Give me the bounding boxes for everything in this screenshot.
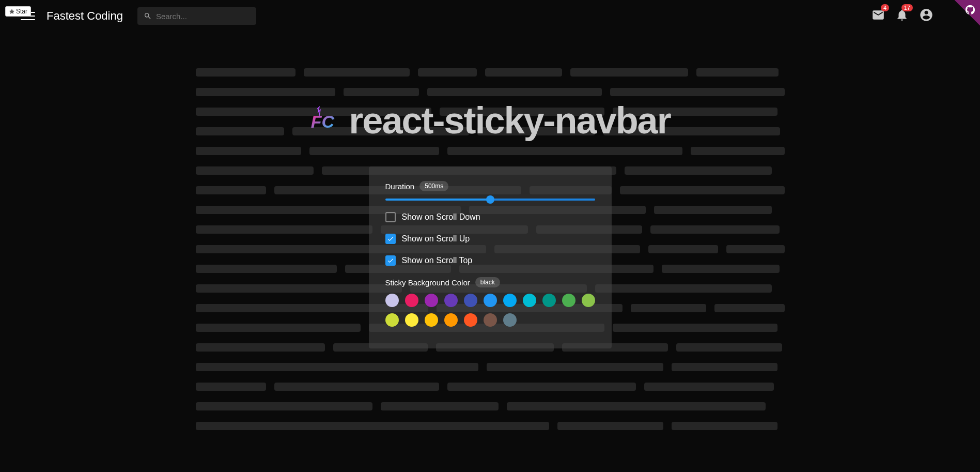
checkbox-label: Show on Scroll Top <box>402 256 473 265</box>
skeleton-bar <box>644 383 774 391</box>
notifications-button[interactable]: 17 <box>895 8 909 24</box>
skeleton-bar <box>672 422 777 430</box>
account-button[interactable] <box>919 8 934 24</box>
skeleton-bar <box>654 206 772 214</box>
duration-value: 500ms <box>419 181 448 191</box>
color-swatch[interactable] <box>425 294 438 307</box>
color-swatch[interactable] <box>484 313 497 327</box>
skeleton-bar <box>610 88 785 96</box>
skeleton-bar <box>304 68 410 77</box>
color-swatch[interactable] <box>464 313 477 327</box>
color-swatch[interactable] <box>503 294 517 307</box>
skeleton-bar <box>613 324 777 332</box>
skeleton-bar <box>196 343 325 352</box>
bg-color-value: black <box>475 277 500 287</box>
checkbox[interactable] <box>385 255 396 266</box>
github-star-button[interactable]: Star <box>5 6 31 17</box>
skeleton-row <box>196 88 785 96</box>
checkbox-row: Show on Scroll Down <box>385 212 595 222</box>
color-swatch[interactable] <box>582 294 595 307</box>
skeleton-bar <box>196 402 372 410</box>
color-swatch[interactable] <box>484 294 497 307</box>
fc-logo-icon: FC <box>309 106 338 135</box>
skeleton-bar <box>696 68 779 77</box>
star-icon <box>9 8 15 14</box>
search-box[interactable] <box>137 7 256 25</box>
search-icon <box>144 11 152 21</box>
duration-slider[interactable] <box>385 199 595 201</box>
main-content: FC react-sticky-navbar Duration 500ms Sh… <box>185 68 795 430</box>
skeleton-bar <box>487 363 663 371</box>
skeleton-bar <box>309 147 439 155</box>
color-swatch[interactable] <box>464 294 477 307</box>
skeleton-bar <box>447 383 636 391</box>
skeleton-bar <box>714 304 784 312</box>
skeleton-bar <box>274 383 439 391</box>
skeleton-bar <box>196 383 267 391</box>
skeleton-bar <box>196 225 372 234</box>
skeleton-bar <box>196 166 314 175</box>
account-icon <box>919 8 934 22</box>
checkbox[interactable] <box>385 212 396 222</box>
hero: FC react-sticky-navbar <box>309 99 670 142</box>
skeleton-bar <box>662 265 780 273</box>
checkbox[interactable] <box>385 234 396 244</box>
color-swatch[interactable] <box>385 294 399 307</box>
color-swatch[interactable] <box>425 313 438 327</box>
color-swatch[interactable] <box>503 313 517 327</box>
skeleton-bar <box>672 363 777 371</box>
skeleton-bar <box>595 284 772 293</box>
skeleton-bar <box>381 402 499 410</box>
skeleton-bar <box>447 147 682 155</box>
skeleton-bar <box>196 127 284 135</box>
mail-badge: 4 <box>881 4 889 11</box>
skeleton-bar <box>418 68 477 77</box>
skeleton-bar <box>196 363 478 371</box>
skeleton-row <box>196 363 785 371</box>
color-swatch[interactable] <box>405 294 418 307</box>
skeleton-bar <box>570 68 688 77</box>
corner-ribbon[interactable] <box>944 0 980 36</box>
mail-button[interactable]: 4 <box>872 8 885 24</box>
skeleton-bar <box>196 265 337 273</box>
duration-label: Duration <box>385 182 415 191</box>
page-title: react-sticky-navbar <box>349 99 670 142</box>
bell-badge: 17 <box>901 4 913 11</box>
skeleton-bar <box>625 166 772 175</box>
search-input[interactable] <box>156 12 250 21</box>
skeleton-bar <box>485 68 562 77</box>
skeleton-bar <box>196 88 335 96</box>
skeleton-bar <box>427 88 602 96</box>
navbar: Fastest Coding 4 17 <box>0 0 980 32</box>
skeleton-row <box>196 68 785 77</box>
hero-logo: FC <box>309 106 338 135</box>
color-swatch[interactable] <box>405 313 418 327</box>
skeleton-bar <box>196 68 296 77</box>
color-swatch[interactable] <box>385 313 399 327</box>
skeleton-bar <box>631 304 706 312</box>
brand-title[interactable]: Fastest Coding <box>46 9 123 23</box>
star-label: Star <box>16 8 27 15</box>
skeleton-row <box>196 383 785 391</box>
skeleton-bar <box>557 422 663 430</box>
color-swatch[interactable] <box>444 313 458 327</box>
skeleton-bar <box>691 147 785 155</box>
color-swatch[interactable] <box>562 294 575 307</box>
skeleton-bar <box>676 343 782 352</box>
settings-panel: Duration 500ms Show on Scroll DownShow o… <box>369 166 612 348</box>
skeleton-row <box>196 147 785 155</box>
svg-text:FC: FC <box>310 112 334 131</box>
skeleton-bar <box>620 186 785 194</box>
skeleton-row <box>196 402 785 410</box>
bg-color-label: Sticky Background Color <box>385 278 470 287</box>
skeleton-bar <box>648 245 718 253</box>
skeleton-bar <box>726 245 785 253</box>
skeleton-bar <box>507 402 766 410</box>
color-swatch[interactable] <box>523 294 536 307</box>
skeleton-bar <box>196 324 361 332</box>
skeleton-row <box>196 422 785 430</box>
skeleton-bar <box>196 186 267 194</box>
color-swatch[interactable] <box>542 294 556 307</box>
skeleton-bar <box>650 225 780 234</box>
color-swatch[interactable] <box>444 294 458 307</box>
